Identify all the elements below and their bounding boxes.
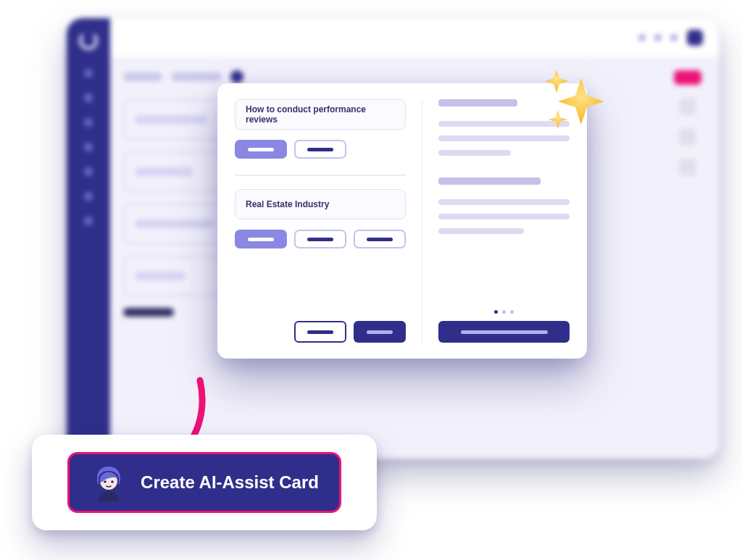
preview-line: [438, 199, 570, 205]
status-badge: [674, 70, 701, 85]
ai-assist-modal: How to conduct performance reviews Real …: [217, 83, 587, 359]
preview-heading: [438, 99, 517, 106]
dot-active[interactable]: [494, 310, 498, 314]
cta-card: Create AI-Assist Card: [32, 435, 377, 530]
divider: [235, 175, 406, 176]
industry-chip-row: [235, 230, 406, 248]
topic-chip-row: [235, 140, 406, 159]
preview-primary-button[interactable]: [438, 321, 570, 343]
app-topbar: [110, 18, 719, 57]
modal-right-column: [422, 99, 570, 343]
dot[interactable]: [502, 310, 506, 314]
industry-input[interactable]: Real Estate Industry: [235, 189, 406, 220]
app-sidebar: [67, 18, 110, 459]
sidebar-nav-item: [84, 217, 93, 225]
chip-selected[interactable]: [235, 140, 287, 159]
modal-left-column: How to conduct performance reviews Real …: [235, 99, 406, 343]
preview-line: [438, 135, 570, 141]
user-avatar-icon: [687, 30, 703, 46]
sidebar-nav-item: [84, 192, 93, 201]
modal-footer-left: [235, 321, 406, 343]
preview-line: [438, 214, 570, 220]
rail-item: [679, 98, 696, 115]
dot[interactable]: [510, 310, 514, 314]
primary-button[interactable]: [354, 321, 406, 343]
ai-avatar-icon: [90, 464, 128, 501]
chip-option[interactable]: [354, 230, 406, 248]
topic-input[interactable]: How to conduct performance reviews: [235, 99, 406, 130]
breadcrumb: [123, 70, 286, 83]
pagination-dots: [438, 310, 570, 314]
rail-item: [679, 159, 696, 176]
chip-option[interactable]: [294, 140, 346, 159]
create-ai-assist-card-button[interactable]: Create AI-Assist Card: [67, 452, 341, 513]
sidebar-nav-item: [84, 93, 93, 102]
rail-item: [679, 128, 696, 146]
preview-line: [438, 150, 511, 156]
chip-selected[interactable]: [235, 230, 287, 248]
sidebar-nav-item: [84, 118, 93, 127]
section-label: [123, 308, 174, 317]
right-rail: [670, 70, 706, 176]
app-logo-icon: [76, 28, 101, 53]
industry-input-value: Real Estate Industry: [246, 199, 329, 209]
sidebar-nav-item: [84, 167, 93, 176]
secondary-button[interactable]: [294, 321, 346, 343]
preview-line: [438, 228, 524, 234]
svg-point-2: [111, 480, 114, 483]
topbar-action-icon: [639, 35, 645, 41]
chip-option[interactable]: [294, 230, 346, 248]
sidebar-nav-item: [84, 143, 93, 151]
topbar-action-icon: [671, 35, 677, 41]
topic-input-value: How to conduct performance reviews: [246, 104, 395, 125]
preview-line: [438, 121, 570, 127]
preview-heading: [438, 177, 541, 185]
sidebar-nav-item: [84, 69, 93, 78]
svg-point-1: [104, 480, 107, 483]
cta-label: Create AI-Assist Card: [141, 472, 319, 493]
topbar-action-icon: [655, 35, 661, 41]
